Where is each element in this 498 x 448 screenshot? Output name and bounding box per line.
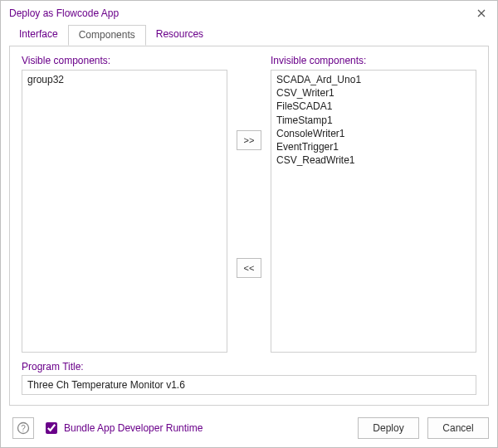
visible-components-label: Visible components: bbox=[22, 55, 227, 66]
move-left-button[interactable]: << bbox=[237, 258, 261, 278]
invisible-components-list[interactable]: SCADA_Ard_Uno1CSV_Writer1FileSCADA1TimeS… bbox=[271, 70, 476, 353]
program-title-input[interactable] bbox=[22, 375, 476, 395]
tab-components[interactable]: Components bbox=[68, 25, 146, 46]
close-icon[interactable] bbox=[474, 6, 489, 21]
components-panel: Visible components: group32 >> << Invisi… bbox=[9, 46, 489, 406]
list-item[interactable]: FileSCADA1 bbox=[276, 100, 471, 113]
tab-interface[interactable]: Interface bbox=[9, 25, 68, 46]
svg-text:?: ? bbox=[21, 424, 26, 433]
help-button[interactable]: ? bbox=[12, 417, 34, 439]
invisible-components-label: Invisible components: bbox=[271, 55, 476, 66]
bundle-runtime-label: Bundle App Developer Runtime bbox=[64, 422, 203, 434]
list-item[interactable]: CSV_ReadWrite1 bbox=[276, 153, 471, 167]
deploy-button[interactable]: Deploy bbox=[358, 417, 419, 439]
list-item[interactable]: ConsoleWriter1 bbox=[276, 127, 471, 140]
bundle-runtime-checkbox-wrap[interactable]: Bundle App Developer Runtime bbox=[42, 420, 349, 436]
list-item[interactable]: SCADA_Ard_Uno1 bbox=[276, 73, 471, 86]
list-item[interactable]: TimeStamp1 bbox=[276, 114, 471, 127]
window-title: Deploy as Flowcode App bbox=[9, 7, 474, 19]
bundle-runtime-checkbox[interactable] bbox=[46, 422, 57, 434]
list-item[interactable]: group32 bbox=[27, 73, 222, 86]
tab-bar: Interface Components Resources bbox=[1, 24, 497, 46]
move-right-button[interactable]: >> bbox=[237, 130, 261, 150]
program-title-label: Program Title: bbox=[22, 361, 476, 373]
tab-resources[interactable]: Resources bbox=[146, 25, 213, 46]
list-item[interactable]: CSV_Writer1 bbox=[276, 86, 471, 100]
cancel-button[interactable]: Cancel bbox=[427, 417, 489, 439]
list-item[interactable]: EventTrigger1 bbox=[276, 140, 471, 153]
visible-components-list[interactable]: group32 bbox=[22, 70, 227, 353]
